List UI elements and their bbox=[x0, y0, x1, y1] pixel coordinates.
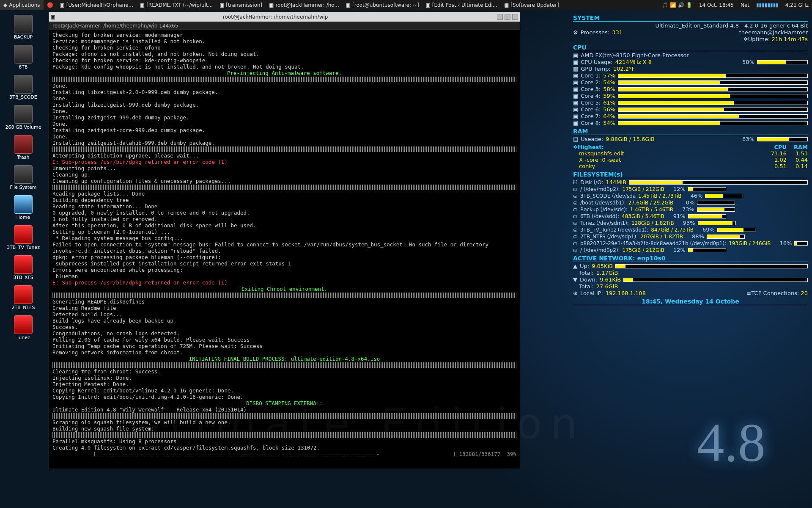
terminal-line: Detected build logs... bbox=[52, 311, 516, 318]
terminal-line: Done. bbox=[52, 121, 516, 127]
desktop-icon[interactable]: 268 GB Volume bbox=[4, 105, 42, 130]
tray-icons[interactable]: 🎵 📶 🔊 🔋 bbox=[658, 0, 695, 10]
desktop-icon[interactable]: 6TB bbox=[4, 45, 42, 70]
cpu-core-row: ▣Core 7: 64% bbox=[573, 113, 808, 119]
net-label: Net bbox=[737, 0, 753, 10]
section-net: ACTIVE NETWORK: enp10s0 bbox=[573, 255, 808, 262]
clock[interactable]: 14 Oct, 18:45 bbox=[696, 0, 737, 10]
terminal-line: Errors were encountered while processing… bbox=[52, 267, 516, 273]
cpu-core-row: ▣Core 1: 57% bbox=[573, 72, 808, 79]
terminal-line: Exiting Chroot environment. bbox=[52, 286, 516, 292]
filesystem-row: ⛀b8820712-29e1-45a3-b2fb-8dc8aeadd21b (/… bbox=[573, 240, 808, 246]
cpu-freq: 4.21 GHz bbox=[782, 0, 812, 10]
taskbar-window-button[interactable]: ▣ [Edit Post ‹ Ultimate Edi... bbox=[422, 0, 501, 10]
applications-menu[interactable]: ◆ Applications bbox=[0, 0, 44, 10]
terminal-line: Building dependency tree bbox=[52, 197, 516, 203]
desktop-icons: BACKUP6TB3TB_SCODE268 GB VolumeTrashFile… bbox=[4, 15, 42, 340]
minimize-button[interactable] bbox=[497, 14, 503, 20]
cpu-meter: ▮▮▮▮▮▮▮▮ bbox=[753, 0, 782, 10]
filesystem-row: ⛀Backup (/dev/sdc): 1.46TiB / 5.46TiB73% bbox=[573, 206, 808, 213]
section-system: SYSTEM bbox=[573, 14, 808, 22]
section-cpu: CPU bbox=[573, 44, 808, 51]
desktop-icon[interactable]: Tunez bbox=[4, 315, 42, 340]
taskbar-window-button[interactable]: ▣ [README.TXT (~/wip/ult... bbox=[137, 0, 216, 10]
cpu-core-row: ▣Core 2: 54% bbox=[573, 79, 808, 86]
terminal-line: E: Sub-process /usr/bin/dpkg returned an… bbox=[52, 279, 516, 286]
terminal-line: Installing zeitgeist-core-999.deb dumby … bbox=[52, 127, 516, 133]
terminal-line: dpkg: error processing package blueman (… bbox=[52, 254, 516, 260]
terminal-line: After this operation, 0 B of additional … bbox=[52, 222, 516, 229]
desktop-icon[interactable]: BACKUP bbox=[4, 15, 42, 40]
terminal-line: Done. bbox=[52, 83, 516, 89]
terminal-tab[interactable]: root@JackHammer: /home/theemahn/wip 144x… bbox=[52, 23, 178, 29]
terminal-line: Setting up blueman (2.0-1ubuntu1) ... bbox=[52, 229, 516, 235]
terminal-line: Done. bbox=[52, 133, 516, 140]
filesystem-row: ⛀Tunez (/dev/sdm1): 128GiB / 1.82TiB93% bbox=[573, 220, 808, 226]
desktop-icon[interactable]: 2TB_NTFS bbox=[4, 285, 42, 310]
window-titlebar[interactable]: ▣ root@JackHammer: /home/theemahn/wip bbox=[49, 12, 520, 22]
terminal-line: Removing network information from chroot… bbox=[52, 349, 516, 356]
terminal-line: 0 upgraded, 0 newly installed, 0 to remo… bbox=[52, 210, 516, 216]
desktop-icon[interactable]: Home bbox=[4, 195, 42, 220]
terminal-line: Creating Readme file bbox=[52, 305, 516, 311]
terminal-line: invoke-rc.d: initscript dbus, action "re… bbox=[52, 248, 516, 254]
wallpaper-watermark: Ultimate Edition bbox=[110, 399, 586, 449]
cpu-core-row: ▣Core 3: 58% bbox=[573, 86, 808, 92]
desktop-icon[interactable]: 3TB_TV_Tunez bbox=[4, 225, 42, 250]
cpu-core-row: ▣Core 5: 61% bbox=[573, 99, 808, 106]
terminal-line: Done. bbox=[52, 95, 516, 102]
terminal-line: subprocess installed post-installation s… bbox=[52, 260, 516, 267]
taskbar-window-button[interactable]: ▣ [Software Updater] bbox=[501, 0, 562, 10]
terminal-line: * Reloading system message bus config... bbox=[52, 235, 516, 241]
cpu-core-row: ▣Core 6: 56% bbox=[573, 106, 808, 113]
filesystem-row: ⛀6TB (/dev/sdd): 483GiB / 5.46TiB91% bbox=[573, 213, 808, 219]
terminal-line: blueman bbox=[52, 273, 516, 279]
process-row: X -core :0 -seat1.020.44 bbox=[573, 157, 808, 163]
taskbar-window-button[interactable]: ▣ [User:MichaelH/Orphane... bbox=[57, 0, 137, 10]
terminal-line: Checking for broken service: kde-config-… bbox=[52, 57, 516, 64]
terminal-line: Copying Kernel: edit/boot/vmlinuz-4.2.0-… bbox=[52, 387, 516, 394]
filesystem-row: ⛀/ (/dev/md0p2): 175GiB / 212GiB12% bbox=[573, 247, 808, 253]
system-monitor: SYSTEM Ultimate_Edition_Standard 4.8 - 4… bbox=[573, 13, 808, 306]
menu-icon: ◆ bbox=[3, 2, 7, 8]
terminal-line: Cleaning up. bbox=[52, 171, 516, 178]
terminal-line: Injecting isolinux: Done. bbox=[52, 375, 516, 381]
terminal-line: Package: kde-config-whoopsie is not inst… bbox=[52, 64, 516, 70]
cpu-core-row: ▣Core 4: 59% bbox=[573, 93, 808, 99]
desktop-icon[interactable]: Trash bbox=[4, 135, 42, 160]
desktop-icon[interactable]: 3TB_SCODE bbox=[4, 75, 42, 100]
cpu-core-row: ▣Core 8: 54% bbox=[573, 120, 808, 126]
maximize-button[interactable] bbox=[505, 14, 510, 20]
terminal-line: Service: modemmanager is installed & not… bbox=[52, 38, 516, 44]
conky-date: 18:45, Wednesday 14 Octobe bbox=[573, 298, 808, 305]
terminal-line: Attempting distibution upgrade, please w… bbox=[52, 152, 516, 159]
terminal-line: Reading state information... Done bbox=[52, 203, 516, 210]
terminal-line: INITIATING FINAL BUILD PROCESS: ultimate… bbox=[52, 356, 516, 362]
window-icon: ▣ bbox=[51, 14, 55, 20]
terminal-line: Clearing tmp from chroot: Success. bbox=[52, 368, 516, 375]
app-launcher-icon[interactable]: 🔴 bbox=[44, 0, 57, 10]
process-row: mksquashfs edit71.161.53 bbox=[573, 150, 808, 157]
filesystem-row: ⛀2TB_NTFS (/dev/sdp1): 207GiB / 1.82TiB8… bbox=[573, 233, 808, 240]
desktop-icon[interactable]: File System bbox=[4, 165, 42, 190]
filesystem-row: ⛀3TB_SCODE (/dev/sda 1.45TiB / 2.73TiB46… bbox=[573, 193, 808, 199]
desktop-icon[interactable]: 3TB_XFS bbox=[4, 255, 42, 280]
section-fs: FILESYSTEM(s) bbox=[573, 171, 808, 178]
process-row: conky0.510.14 bbox=[573, 163, 808, 169]
close-button[interactable] bbox=[512, 14, 518, 20]
terminal-line: Unmounting points... bbox=[52, 165, 516, 171]
terminal-line: 1 not fully installed or removed. bbox=[52, 216, 516, 222]
taskbar-window-button[interactable]: ▣ root@JackHammer: /ho... bbox=[266, 0, 343, 10]
terminal-line: Installing zeitgeist-datahub-999.deb dum… bbox=[52, 140, 516, 146]
filesystem-row: ⛀/ (/dev/md0p2): 175GiB / 212GiB12% bbox=[573, 186, 808, 192]
terminal-line: Checking for broken service: modemmanage… bbox=[52, 32, 516, 38]
taskbar-window-button[interactable]: ▣ [root@ubuntusoftware: ~] bbox=[343, 0, 422, 10]
terminal-line: Installing zeitgeist-999.deb dumby packa… bbox=[52, 114, 516, 121]
terminal-line: Pulling 2.0G of cache for wily x64 build… bbox=[52, 337, 516, 343]
terminal-line: Cleaning up configuration files & uneces… bbox=[52, 178, 516, 184]
taskbar-window-button[interactable]: ▣ [transmission] bbox=[216, 0, 266, 10]
terminal-line: Congradulations, no crash logs detected. bbox=[52, 330, 516, 337]
terminal-line: Build logs have already been backed up. bbox=[52, 318, 516, 324]
terminal-line: Generating README.diskdefines bbox=[52, 298, 516, 305]
terminal-line: Reading package lists... Done bbox=[52, 190, 516, 197]
